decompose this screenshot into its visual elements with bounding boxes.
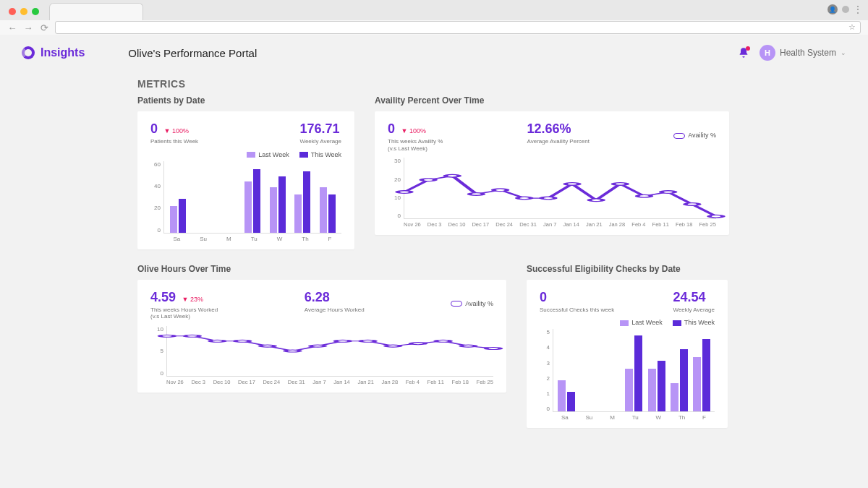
hours-avg-value: 6.28 — [305, 290, 330, 304]
forward-button[interactable]: → — [23, 22, 33, 33]
card-hours: 4.59 ▼ 23% This weeks Hours Worked (v.s … — [137, 280, 506, 393]
chrome-menu-icon[interactable]: ⋮ — [854, 4, 862, 14]
legend-swatch-this — [673, 320, 681, 326]
svg-point-15 — [185, 335, 200, 337]
svg-point-22 — [361, 340, 375, 342]
card-patients: 0 ▼ 100% Patients this Week 176.71 Weekl… — [137, 111, 354, 249]
patients-avg-label: Weekly Average — [299, 138, 341, 145]
card-title-patients: Patients by Date — [137, 95, 354, 106]
svg-point-26 — [461, 345, 475, 347]
profile-menu[interactable]: H Health System ⌄ — [760, 45, 846, 61]
patients-week-label: Patients this Week — [150, 138, 198, 145]
svg-point-12 — [685, 203, 699, 206]
section-title: METRICS — [137, 78, 731, 90]
svg-point-19 — [286, 350, 300, 352]
browser-chrome: 👤 ⋮ ← → ⟳ ☆ — [0, 0, 868, 35]
dashboard-content: METRICS Patients by Date 0 ▼ 100% Patien… — [0, 78, 868, 428]
svg-point-4 — [493, 189, 507, 192]
legend-this: This Week — [311, 151, 341, 158]
legend-hours: Availity % — [465, 300, 493, 307]
svg-point-24 — [411, 342, 425, 344]
checks-avg-value: 24.54 — [673, 290, 705, 304]
card-title-hours: Olive Hours Over Time — [137, 264, 506, 274]
svg-point-18 — [260, 345, 275, 347]
svg-point-6 — [541, 197, 555, 200]
svg-point-1 — [422, 179, 435, 181]
card-title-checks: Successful Eligibility Checks by Date — [527, 264, 728, 274]
window-controls[interactable] — [9, 8, 39, 15]
svg-point-2 — [446, 175, 459, 178]
chrome-extension-icon[interactable] — [842, 6, 849, 13]
svg-point-23 — [386, 345, 400, 347]
availity-week-value: 0 — [388, 121, 395, 136]
address-bar[interactable]: ☆ — [55, 21, 861, 34]
patients-week-delta: ▼ 100% — [163, 127, 188, 134]
svg-point-7 — [566, 183, 579, 186]
hours-week-label: This weeks Hours Worked (v.s Last Week) — [150, 307, 218, 320]
legend-line-icon — [673, 133, 685, 139]
card-availity: 0 ▼ 100% This weeks Availity % (v.s Last… — [375, 111, 729, 235]
chrome-profile-icon[interactable]: 👤 — [827, 4, 838, 14]
legend-swatch-last — [247, 152, 255, 158]
svg-point-17 — [235, 340, 250, 342]
legend-last: Last Week — [631, 319, 662, 326]
notifications-button[interactable] — [738, 47, 749, 59]
svg-point-16 — [210, 340, 224, 342]
chart-checks: 543210SaSuMTuWThF — [540, 329, 715, 421]
close-window-icon[interactable] — [9, 8, 16, 15]
hours-avg-label: Average Hours Worked — [305, 307, 365, 314]
maximize-window-icon[interactable] — [32, 8, 39, 15]
legend-swatch-this — [299, 152, 308, 158]
availity-week-delta: ▼ 100% — [401, 127, 425, 134]
app-header: Insights Olive's Performance Portal H He… — [0, 35, 868, 71]
profile-name: Health System — [780, 48, 836, 58]
legend-line-icon — [451, 301, 462, 307]
svg-point-21 — [336, 340, 350, 342]
svg-point-13 — [710, 215, 723, 218]
reload-button[interactable]: ⟳ — [39, 22, 49, 33]
patients-avg-value: 176.71 — [299, 121, 339, 136]
brand-name: Insights — [41, 46, 85, 59]
minimize-window-icon[interactable] — [20, 8, 27, 15]
back-button[interactable]: ← — [7, 22, 17, 33]
svg-point-9 — [613, 183, 627, 186]
availity-avg-value: 12.66% — [527, 121, 571, 136]
checks-week-value: 0 — [540, 290, 547, 304]
logo-ring-icon — [22, 46, 35, 59]
legend-last: Last Week — [258, 151, 289, 158]
svg-point-14 — [160, 335, 174, 337]
legend-this: This Week — [684, 319, 715, 326]
browser-tab[interactable] — [49, 3, 143, 20]
avatar: H — [760, 45, 775, 61]
card-checks: 0 Successful Checks this week 24.54 Week… — [527, 280, 728, 429]
hours-week-delta: ▼ 23% — [182, 296, 203, 303]
chart-availity: 3020100Nov 26Dec 3Dec 10Dec 17Dec 24Dec … — [388, 158, 716, 228]
brand-logo[interactable]: Insights — [22, 46, 85, 59]
checks-week-label: Successful Checks this week — [540, 307, 614, 314]
svg-point-11 — [661, 191, 675, 194]
page-title: Olive's Performance Portal — [128, 47, 257, 59]
svg-point-3 — [469, 193, 483, 196]
availity-week-label: This weeks Availity % (v.s Last Week) — [388, 138, 443, 152]
chevron-down-icon: ⌄ — [841, 49, 846, 56]
card-title-availity: Availity Percent Over Time — [375, 95, 729, 106]
svg-point-20 — [310, 345, 325, 347]
svg-point-8 — [590, 199, 603, 202]
svg-point-10 — [637, 195, 651, 198]
availity-avg-label: Average Availity Percent — [527, 138, 590, 145]
patients-week-value: 0 — [150, 121, 158, 136]
svg-point-0 — [398, 191, 412, 194]
legend-availity: Availity % — [688, 132, 716, 139]
svg-point-5 — [517, 197, 531, 200]
svg-point-25 — [436, 340, 451, 342]
svg-point-27 — [486, 347, 501, 349]
chart-hours: 1050Nov 26Dec 3Dec 10Dec 17Dec 24Dec 31J… — [150, 326, 493, 385]
notification-dot-icon — [746, 46, 750, 51]
chart-patients: 6040200SaSuMTuWThF — [150, 161, 341, 242]
legend-swatch-last — [620, 320, 629, 326]
hours-week-value: 4.59 — [150, 290, 176, 304]
bookmark-star-icon[interactable]: ☆ — [848, 22, 856, 32]
checks-avg-label: Weekly Average — [673, 307, 715, 314]
